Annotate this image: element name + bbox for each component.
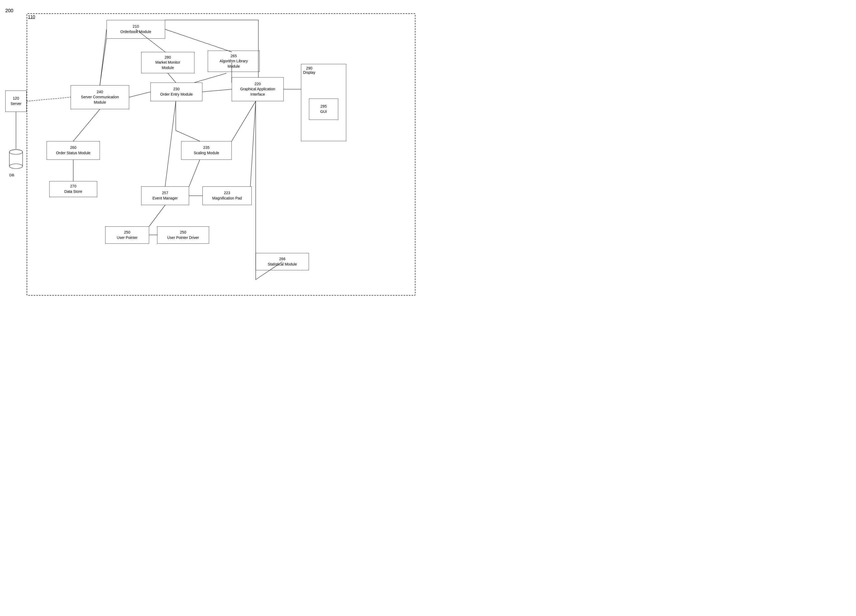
label-110: 110 [28,15,35,20]
db-svg [8,149,24,171]
m265-name: Algorithm Library [220,59,248,64]
m235-name: Scaling Module [194,151,219,156]
m280-name: Market Monitor [155,60,180,65]
m257-id: 257 [162,190,168,196]
m280-id: 280 [165,55,171,60]
m230-name: Order Entry Module [160,92,192,97]
m265-id: 265 [231,54,237,59]
m295-name: GUI [320,109,327,114]
m260-name: Order Status Module [56,151,90,156]
m250b-id: 250 [180,230,186,235]
box-230: 230 Order Entry Module [151,83,202,101]
m270-name: Data Store [65,189,82,194]
server-label: Server [11,101,21,106]
db-label: DB [9,173,14,177]
box-220: 220 Graphical Application Interface [232,77,284,101]
m210-name: Orderbook Module [120,29,151,35]
m260-id: 260 [70,145,76,151]
m235-id: 235 [203,145,209,151]
m240-name: Server Communication [81,94,119,100]
box-250b: 250 User Pointer Driver [157,226,209,244]
box-265: 265 Algorithm Library Module [208,51,260,72]
box-260: 260 Order Status Module [46,141,100,160]
m250b-name: User Pointer Driver [167,235,199,240]
box-223: 223 Magnification Pad [202,186,252,205]
box-270: 270 Data Store [49,181,97,197]
m230-id: 230 [173,86,180,92]
box-280: 280 Market Monitor Module [141,52,194,73]
m223-name: Magnification Pad [212,196,242,201]
box-250a: 250 User Pointer [105,226,149,244]
m240-id: 240 [97,89,103,95]
m265-name2: Module [228,64,240,69]
svg-point-3 [9,150,23,154]
box-257: 257 Event Manager [141,186,189,205]
m250a-name: User Pointer [117,235,138,240]
m266-id: 266 [279,256,285,262]
m257-name: Event Manager [152,196,178,201]
m295-id: 295 [320,104,326,109]
box-266: 266 Statistical Module [256,253,309,270]
diagram-container: 200 110 120 Server DB 210 Orderbook Modu… [0,0,428,308]
m223-id: 223 [224,190,230,196]
m280-name2: Module [162,65,174,71]
m266-name: Statistical Module [268,262,297,267]
m220-name: Graphical Application [240,86,276,92]
box-240: 240 Server Communication Module [71,85,129,109]
server-box: 120 Server [5,91,27,112]
server-id: 120 [13,96,19,101]
m270-id: 270 [70,184,76,189]
m250a-id: 250 [124,230,130,235]
m240-name2: Module [94,100,106,105]
m210-id: 210 [132,24,139,29]
m220-name2: Interface [250,92,265,97]
label-200: 200 [5,8,13,14]
box-295: 295 GUI [309,99,338,120]
box-210: 210 Orderbook Module [106,20,165,38]
m220-id: 220 [255,82,261,87]
box-235: 235 Scaling Module [181,141,232,160]
svg-point-2 [9,164,23,169]
